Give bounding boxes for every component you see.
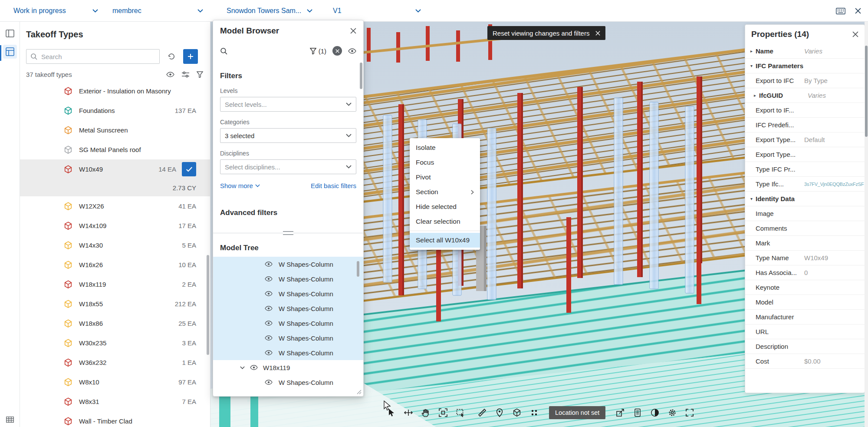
disclosure-triangle-icon[interactable]: ▸ [745, 93, 759, 98]
tree-item[interactable]: W Shapes-Column [213, 271, 364, 286]
takeoff-type-row[interactable]: W8x31 7 EA [20, 392, 210, 411]
close-icon[interactable] [350, 28, 356, 34]
resize-grip-icon[interactable] [357, 390, 362, 394]
panel-scrollbar[interactable] [360, 63, 362, 89]
measure-icon[interactable] [477, 407, 488, 418]
takeoff-type-row[interactable]: W12X26 41 EA [20, 196, 210, 216]
tree-item[interactable]: W Shapes-Column [213, 286, 364, 301]
workflow-state-dropdown[interactable]: Work in progress [13, 0, 98, 22]
model-dropdown[interactable]: Snowdon Towers Sam... [227, 0, 312, 22]
menu-item-focus[interactable]: Focus [410, 155, 480, 170]
drag-handle-icon[interactable] [283, 231, 293, 235]
tree-item[interactable]: W Shapes-Column [213, 301, 364, 316]
show-more-link[interactable]: Show more [220, 182, 260, 189]
visibility-eye-icon[interactable] [265, 261, 273, 267]
visibility-eye-icon[interactable] [348, 48, 356, 54]
pan-hand-icon[interactable] [420, 407, 431, 418]
appearance-cube-icon[interactable] [511, 407, 523, 418]
takeoff-type-row[interactable]: W18x55 212 EA [20, 294, 210, 314]
fullscreen-icon[interactable] [684, 407, 695, 418]
categories-select[interactable]: 3 selected [220, 128, 356, 143]
drop-pin-icon[interactable] [494, 407, 505, 418]
zoom-window-icon[interactable] [437, 407, 449, 418]
visibility-eye-icon[interactable] [265, 276, 273, 281]
chevron-down-icon[interactable] [240, 366, 245, 369]
property-section-ifc-parameters[interactable]: ▾ IFC Parameters [745, 59, 865, 73]
visibility-eye-icon[interactable] [265, 321, 273, 326]
search-icon[interactable] [220, 47, 227, 55]
search-box[interactable] [26, 49, 160, 64]
visibility-eye-icon[interactable] [265, 380, 273, 385]
location-badge[interactable]: Location not set [549, 406, 605, 419]
visibility-eye-icon[interactable] [166, 72, 174, 77]
tree-item[interactable]: W Shapes-Column [213, 331, 364, 345]
filter-funnel-icon[interactable] [197, 71, 203, 78]
takeoff-type-row[interactable]: SG Metal Panels roof [20, 140, 210, 159]
visibility-eye-icon[interactable] [265, 350, 273, 355]
tree-scrollbar[interactable] [357, 261, 359, 277]
active-filter-button[interactable]: (1) [310, 47, 326, 55]
takeoff-type-row[interactable]: W8x10 97 EA [20, 372, 210, 392]
property-row-ifcguid[interactable]: ▸ IfcGUID Varies [745, 88, 865, 103]
sheets-panel-icon[interactable] [0, 24, 20, 43]
takeoff-type-row[interactable]: Metal Sunscreen [20, 120, 210, 140]
takeoff-type-row[interactable]: W36x232 1 EA [20, 353, 210, 372]
toast-close-icon[interactable] [595, 31, 600, 36]
takeoff-type-row[interactable]: Foundations 137 EA [20, 101, 210, 120]
takeoff-type-row[interactable]: W16x26 10 EA [20, 255, 210, 275]
tree-item[interactable]: W Shapes-Column [213, 345, 364, 360]
tree-group-header[interactable]: W18x119 [213, 360, 364, 375]
takeoff-type-row-selected[interactable]: W10x49 14 EA [20, 159, 210, 179]
keyboard-shortcuts-icon[interactable] [836, 8, 845, 14]
visibility-eye-icon[interactable] [265, 306, 273, 311]
takeoff-type-row[interactable]: W14x109 17 EA [20, 216, 210, 235]
menu-item-section[interactable]: Section [410, 185, 480, 199]
panel-split-divider[interactable] [213, 233, 363, 233]
close-icon[interactable] [855, 8, 861, 14]
visibility-eye-icon[interactable] [265, 291, 273, 296]
version-dropdown[interactable]: V1 [333, 0, 421, 22]
model-views-icon[interactable] [615, 407, 626, 418]
takeoff-type-row[interactable]: Wall - Timber Clad [20, 411, 210, 427]
close-icon[interactable] [852, 31, 858, 37]
menu-item-select-all-w10x49[interactable]: Select all W10x49 [410, 233, 480, 248]
takeoff-type-row[interactable]: W18x119 2 EA [20, 275, 210, 294]
takeoff-type-row[interactable]: W14x30 5 EA [20, 235, 210, 255]
selected-checkbox[interactable] [182, 162, 196, 176]
settings-gear-icon[interactable] [667, 407, 678, 418]
tree-item[interactable]: W Shapes-Column [213, 375, 364, 390]
disciplines-select[interactable]: Select disciplines... [220, 159, 356, 174]
property-row-name[interactable]: ▸ Name Varies [745, 44, 865, 59]
clear-filters-icon[interactable] [332, 46, 342, 56]
package-dropdown[interactable]: membrec [112, 0, 203, 22]
levels-select[interactable]: Select levels... [220, 97, 356, 112]
tree-item[interactable]: W Shapes-Column [213, 257, 364, 271]
sort-settings-icon[interactable] [182, 71, 189, 78]
menu-item-clear-selection[interactable]: Clear selection [410, 214, 480, 229]
add-takeoff-type-button[interactable] [183, 49, 198, 64]
disclosure-triangle-icon[interactable]: ▸ [745, 49, 756, 53]
takeoff-list-scrollbar[interactable] [207, 255, 209, 355]
menu-item-isolate[interactable]: Isolate [410, 140, 480, 155]
menu-item-hide-selected[interactable]: Hide selected [410, 199, 480, 214]
takeoff-history-icon[interactable] [165, 50, 178, 63]
takeoff-type-row[interactable]: W18x86 25 EA [20, 314, 210, 333]
marquee-select-icon[interactable] [455, 407, 466, 418]
page-scrollbar[interactable] [865, 22, 868, 427]
tree-item[interactable]: W Shapes-Column [213, 316, 364, 331]
visibility-eye-icon[interactable] [265, 335, 273, 341]
search-input[interactable] [40, 53, 155, 61]
navigation-arrows-icon[interactable] [403, 407, 414, 418]
page-scrollbar-thumb[interactable] [865, 46, 868, 137]
takeoff-type-row[interactable]: W30x235 3 EA [20, 333, 210, 353]
visibility-eye-icon[interactable] [250, 365, 258, 370]
menu-item-pivot[interactable]: Pivot [410, 170, 480, 185]
property-section-identity-data[interactable]: ▾ Identity Data [745, 192, 865, 206]
sheet-list-icon[interactable] [632, 407, 643, 418]
takeoff-table-icon[interactable] [0, 417, 20, 423]
takeoff-type-row[interactable]: Exterior - Insulation on Masonry [20, 81, 210, 101]
edit-basic-filters-link[interactable]: Edit basic filters [311, 182, 356, 189]
more-tools-icon[interactable] [529, 407, 540, 418]
contrast-icon[interactable] [649, 407, 661, 418]
takeoff-types-panel-icon[interactable] [0, 43, 20, 61]
